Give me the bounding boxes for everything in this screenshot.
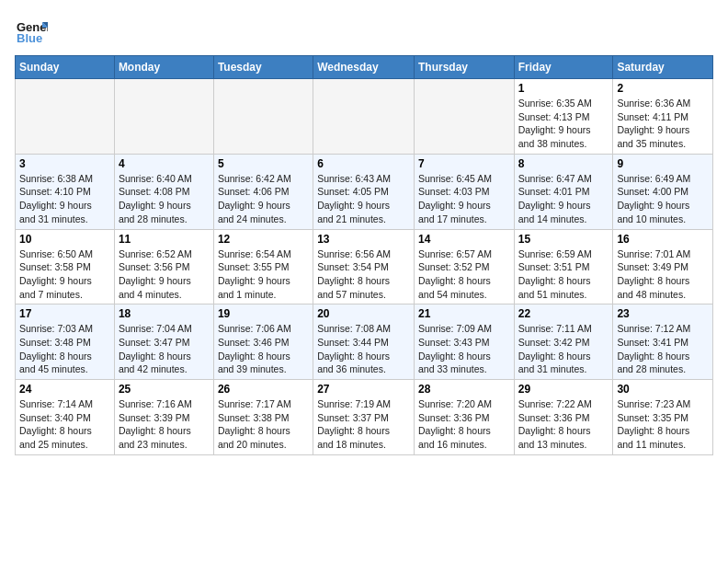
- day-info: Sunrise: 6:49 AM Sunset: 4:00 PM Dayligh…: [617, 172, 709, 226]
- day-number: 28: [418, 383, 510, 396]
- calendar-cell: 20Sunrise: 7:08 AM Sunset: 3:44 PM Dayli…: [313, 304, 415, 380]
- day-info: Sunrise: 7:19 AM Sunset: 3:37 PM Dayligh…: [317, 397, 410, 452]
- day-number: 5: [218, 157, 309, 170]
- day-number: 16: [617, 233, 709, 246]
- day-number: 15: [518, 233, 609, 246]
- weekday-header-wednesday: Wednesday: [313, 56, 415, 79]
- day-info: Sunrise: 7:06 AM Sunset: 3:46 PM Dayligh…: [218, 322, 309, 376]
- day-number: 30: [617, 383, 709, 396]
- week-row-5: 24Sunrise: 7:14 AM Sunset: 3:40 PM Dayli…: [16, 380, 713, 455]
- calendar-cell: [16, 79, 115, 155]
- calendar-cell: 6Sunrise: 6:43 AM Sunset: 4:05 PM Daylig…: [313, 154, 415, 229]
- day-info: Sunrise: 7:09 AM Sunset: 3:43 PM Dayligh…: [418, 322, 510, 376]
- calendar-cell: 7Sunrise: 6:45 AM Sunset: 4:03 PM Daylig…: [414, 154, 514, 229]
- logo: General Blue: [15, 15, 51, 48]
- day-number: 13: [317, 233, 410, 246]
- calendar-cell: 18Sunrise: 7:04 AM Sunset: 3:47 PM Dayli…: [114, 304, 213, 380]
- day-number: 22: [518, 307, 609, 320]
- day-info: Sunrise: 6:59 AM Sunset: 3:51 PM Dayligh…: [518, 247, 609, 302]
- day-info: Sunrise: 7:17 AM Sunset: 3:38 PM Dayligh…: [218, 397, 309, 452]
- day-number: 11: [119, 233, 210, 246]
- day-number: 8: [518, 157, 609, 170]
- day-info: Sunrise: 7:03 AM Sunset: 3:48 PM Dayligh…: [19, 322, 110, 376]
- calendar-cell: 24Sunrise: 7:14 AM Sunset: 3:40 PM Dayli…: [16, 380, 115, 455]
- day-info: Sunrise: 6:45 AM Sunset: 4:03 PM Dayligh…: [418, 172, 510, 226]
- calendar-cell: [213, 79, 313, 155]
- day-number: 18: [119, 307, 210, 320]
- logo-icon: General Blue: [15, 15, 48, 48]
- calendar-cell: 23Sunrise: 7:12 AM Sunset: 3:41 PM Dayli…: [613, 304, 713, 380]
- calendar-cell: [114, 79, 213, 155]
- day-number: 10: [19, 233, 110, 246]
- calendar-cell: 13Sunrise: 6:56 AM Sunset: 3:54 PM Dayli…: [313, 229, 415, 304]
- day-number: 9: [617, 157, 709, 170]
- week-row-1: 1Sunrise: 6:35 AM Sunset: 4:13 PM Daylig…: [16, 79, 713, 155]
- day-number: 19: [218, 307, 309, 320]
- day-info: Sunrise: 6:40 AM Sunset: 4:08 PM Dayligh…: [119, 172, 210, 226]
- day-number: 23: [617, 307, 709, 320]
- day-number: 27: [317, 383, 410, 396]
- day-info: Sunrise: 7:01 AM Sunset: 3:49 PM Dayligh…: [617, 247, 709, 302]
- weekday-row: SundayMondayTuesdayWednesdayThursdayFrid…: [16, 56, 713, 79]
- calendar-cell: 21Sunrise: 7:09 AM Sunset: 3:43 PM Dayli…: [414, 304, 514, 380]
- day-info: Sunrise: 6:57 AM Sunset: 3:52 PM Dayligh…: [418, 247, 510, 302]
- calendar-cell: 12Sunrise: 6:54 AM Sunset: 3:55 PM Dayli…: [213, 229, 313, 304]
- calendar-cell: [313, 79, 415, 155]
- day-info: Sunrise: 6:43 AM Sunset: 4:05 PM Dayligh…: [317, 172, 410, 226]
- weekday-header-saturday: Saturday: [613, 56, 713, 79]
- day-number: 24: [19, 383, 110, 396]
- day-info: Sunrise: 6:38 AM Sunset: 4:10 PM Dayligh…: [19, 172, 110, 226]
- day-info: Sunrise: 7:16 AM Sunset: 3:39 PM Dayligh…: [119, 397, 210, 452]
- day-info: Sunrise: 7:04 AM Sunset: 3:47 PM Dayligh…: [119, 322, 210, 376]
- calendar-cell: 1Sunrise: 6:35 AM Sunset: 4:13 PM Daylig…: [514, 79, 613, 155]
- day-info: Sunrise: 7:23 AM Sunset: 3:35 PM Dayligh…: [617, 397, 709, 452]
- day-info: Sunrise: 7:11 AM Sunset: 3:42 PM Dayligh…: [518, 322, 609, 376]
- weekday-header-monday: Monday: [114, 56, 213, 79]
- day-info: Sunrise: 7:14 AM Sunset: 3:40 PM Dayligh…: [19, 397, 110, 452]
- day-number: 14: [418, 233, 510, 246]
- day-number: 3: [19, 157, 110, 170]
- calendar-cell: 5Sunrise: 6:42 AM Sunset: 4:06 PM Daylig…: [213, 154, 313, 229]
- calendar-cell: 3Sunrise: 6:38 AM Sunset: 4:10 PM Daylig…: [16, 154, 115, 229]
- calendar-cell: 15Sunrise: 6:59 AM Sunset: 3:51 PM Dayli…: [514, 229, 613, 304]
- day-number: 6: [317, 157, 410, 170]
- calendar-cell: 11Sunrise: 6:52 AM Sunset: 3:56 PM Dayli…: [114, 229, 213, 304]
- day-number: 29: [518, 383, 609, 396]
- day-number: 26: [218, 383, 309, 396]
- week-row-2: 3Sunrise: 6:38 AM Sunset: 4:10 PM Daylig…: [16, 154, 713, 229]
- header: General Blue: [15, 15, 713, 48]
- week-row-4: 17Sunrise: 7:03 AM Sunset: 3:48 PM Dayli…: [16, 304, 713, 380]
- weekday-header-sunday: Sunday: [16, 56, 115, 79]
- day-info: Sunrise: 6:56 AM Sunset: 3:54 PM Dayligh…: [317, 247, 410, 302]
- day-number: 21: [418, 307, 510, 320]
- calendar-cell: 4Sunrise: 6:40 AM Sunset: 4:08 PM Daylig…: [114, 154, 213, 229]
- calendar-cell: 8Sunrise: 6:47 AM Sunset: 4:01 PM Daylig…: [514, 154, 613, 229]
- day-info: Sunrise: 7:20 AM Sunset: 3:36 PM Dayligh…: [418, 397, 510, 452]
- calendar-cell: 30Sunrise: 7:23 AM Sunset: 3:35 PM Dayli…: [613, 380, 713, 455]
- day-info: Sunrise: 6:54 AM Sunset: 3:55 PM Dayligh…: [218, 247, 309, 302]
- day-info: Sunrise: 6:42 AM Sunset: 4:06 PM Dayligh…: [218, 172, 309, 226]
- day-info: Sunrise: 6:47 AM Sunset: 4:01 PM Dayligh…: [518, 172, 609, 226]
- calendar-cell: 19Sunrise: 7:06 AM Sunset: 3:46 PM Dayli…: [213, 304, 313, 380]
- day-info: Sunrise: 6:50 AM Sunset: 3:58 PM Dayligh…: [19, 247, 110, 302]
- day-info: Sunrise: 7:22 AM Sunset: 3:36 PM Dayligh…: [518, 397, 609, 452]
- day-number: 12: [218, 233, 309, 246]
- calendar-cell: 27Sunrise: 7:19 AM Sunset: 3:37 PM Dayli…: [313, 380, 415, 455]
- weekday-header-thursday: Thursday: [414, 56, 514, 79]
- calendar-cell: 26Sunrise: 7:17 AM Sunset: 3:38 PM Dayli…: [213, 380, 313, 455]
- week-row-3: 10Sunrise: 6:50 AM Sunset: 3:58 PM Dayli…: [16, 229, 713, 304]
- day-number: 1: [518, 82, 609, 95]
- day-info: Sunrise: 6:36 AM Sunset: 4:11 PM Dayligh…: [617, 97, 709, 151]
- day-info: Sunrise: 7:12 AM Sunset: 3:41 PM Dayligh…: [617, 322, 709, 376]
- day-info: Sunrise: 7:08 AM Sunset: 3:44 PM Dayligh…: [317, 322, 410, 376]
- day-number: 2: [617, 82, 709, 95]
- calendar-cell: [414, 79, 514, 155]
- calendar-cell: 14Sunrise: 6:57 AM Sunset: 3:52 PM Dayli…: [414, 229, 514, 304]
- day-number: 20: [317, 307, 410, 320]
- calendar-cell: 25Sunrise: 7:16 AM Sunset: 3:39 PM Dayli…: [114, 380, 213, 455]
- day-info: Sunrise: 6:35 AM Sunset: 4:13 PM Dayligh…: [518, 97, 609, 151]
- day-info: Sunrise: 6:52 AM Sunset: 3:56 PM Dayligh…: [119, 247, 210, 302]
- weekday-header-friday: Friday: [514, 56, 613, 79]
- calendar-cell: 29Sunrise: 7:22 AM Sunset: 3:36 PM Dayli…: [514, 380, 613, 455]
- calendar-cell: 16Sunrise: 7:01 AM Sunset: 3:49 PM Dayli…: [613, 229, 713, 304]
